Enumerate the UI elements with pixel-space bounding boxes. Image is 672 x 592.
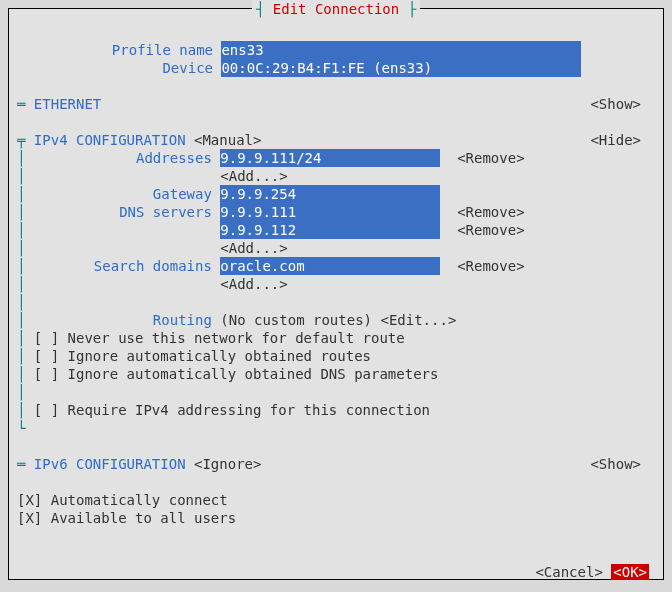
- title-decor-left: ┤: [256, 1, 273, 17]
- ipv4-mode-select[interactable]: <Manual>: [194, 131, 261, 149]
- ipv6-mode-select[interactable]: <Ignore>: [194, 455, 261, 473]
- label-routing: Routing: [34, 311, 212, 329]
- ethernet-show-button[interactable]: <Show>: [590, 95, 655, 113]
- row-auto-connect: [X] Automatically connect: [17, 491, 655, 509]
- checkbox-ignore-dns[interactable]: [ ] Ignore automatically obtained DNS pa…: [34, 365, 439, 383]
- row-search-0: │ Search domains oracle.com <Remove>: [17, 257, 655, 275]
- heading-ipv6: IPv6 CONFIGURATION: [34, 455, 186, 473]
- row-dns-add: │ <Add...>: [17, 239, 655, 257]
- section-ipv6: ═ IPv6 CONFIGURATION <Ignore> <Show>: [17, 455, 655, 473]
- row-all-users: [X] Available to all users: [17, 509, 655, 527]
- row-buttons: <Cancel> <OK>: [17, 545, 655, 592]
- row-dns-1: │ 9.9.9.112 <Remove>: [17, 221, 655, 239]
- checkbox-never-default[interactable]: [ ] Never use this network for default r…: [34, 329, 405, 347]
- ipv4-hide-button[interactable]: <Hide>: [590, 131, 655, 149]
- input-device[interactable]: 00:0C:29:B4:F1:FE (ens33): [221, 59, 581, 77]
- label-search: Search domains: [34, 257, 212, 275]
- routing-edit-button[interactable]: <Edit...>: [380, 311, 456, 329]
- row-profile-name: Profile name ens33: [17, 41, 655, 59]
- add-dns[interactable]: <Add...>: [220, 239, 287, 257]
- heading-ethernet: ETHERNET: [34, 95, 101, 113]
- ipv6-tree-icon: ═: [17, 455, 34, 473]
- label-addresses: Addresses: [34, 149, 212, 167]
- heading-ipv4: IPv4 CONFIGURATION: [34, 131, 186, 149]
- section-ipv4: ╤ IPv4 CONFIGURATION <Manual> <Hide>: [17, 131, 655, 149]
- input-search-0[interactable]: oracle.com: [220, 257, 440, 275]
- label-profile-name: Profile name: [17, 41, 213, 59]
- ethernet-tree-icon: ═: [17, 95, 34, 113]
- row-device: Device 00:0C:29:B4:F1:FE (ens33): [17, 59, 655, 77]
- remove-dns-0[interactable]: <Remove>: [457, 203, 524, 221]
- checkbox-require-ipv4[interactable]: [ ] Require IPv4 addressing for this con…: [34, 401, 430, 419]
- row-opt4: │ [ ] Require IPv4 addressing for this c…: [17, 401, 655, 419]
- label-device: Device: [17, 59, 213, 77]
- ipv4-tree-icon: ╤: [17, 131, 34, 149]
- remove-dns-1[interactable]: <Remove>: [457, 221, 524, 239]
- row-opt3: │ [ ] Ignore automatically obtained DNS …: [17, 365, 655, 383]
- input-gateway[interactable]: 9.9.9.254: [220, 185, 440, 203]
- edit-connection-window: ┤ Edit Connection ├ Profile name ens33 D…: [8, 8, 664, 580]
- checkbox-all-users[interactable]: [X] Available to all users: [17, 509, 236, 527]
- input-profile-name[interactable]: ens33: [221, 41, 581, 59]
- add-address[interactable]: <Add...>: [220, 167, 287, 185]
- remove-search-0[interactable]: <Remove>: [457, 257, 524, 275]
- row-opt1: │ [ ] Never use this network for default…: [17, 329, 655, 347]
- row-opt2: │ [ ] Ignore automatically obtained rout…: [17, 347, 655, 365]
- input-address-0[interactable]: 9.9.9.111/24: [220, 149, 440, 167]
- row-address-0: │ Addresses 9.9.9.111/24 <Remove>: [17, 149, 655, 167]
- ok-button[interactable]: <OK>: [611, 564, 649, 580]
- title-text: Edit Connection: [273, 1, 399, 17]
- add-search[interactable]: <Add...>: [220, 275, 287, 293]
- title-decor-right: ├: [399, 1, 416, 17]
- cancel-button[interactable]: <Cancel>: [535, 564, 602, 580]
- row-address-add: │ <Add...>: [17, 167, 655, 185]
- checkbox-ignore-routes[interactable]: [ ] Ignore automatically obtained routes: [34, 347, 371, 365]
- row-search-add: │ <Add...>: [17, 275, 655, 293]
- row-routing: │ Routing (No custom routes) <Edit...>: [17, 311, 655, 329]
- routing-text: (No custom routes): [220, 311, 372, 329]
- remove-address-0[interactable]: <Remove>: [457, 149, 524, 167]
- input-dns-1[interactable]: 9.9.9.112: [220, 221, 440, 239]
- row-gateway: │ Gateway 9.9.9.254: [17, 185, 655, 203]
- section-ethernet: ═ ETHERNET <Show>: [17, 95, 655, 113]
- ipv6-show-button[interactable]: <Show>: [590, 455, 655, 473]
- input-dns-0[interactable]: 9.9.9.111: [220, 203, 440, 221]
- content-area: Profile name ens33 Device 00:0C:29:B4:F1…: [9, 9, 663, 592]
- row-dns-0: │ DNS servers 9.9.9.111 <Remove>: [17, 203, 655, 221]
- label-gateway: Gateway: [34, 185, 212, 203]
- label-dns: DNS servers: [34, 203, 212, 221]
- window-title: ┤ Edit Connection ├: [252, 0, 420, 18]
- checkbox-auto-connect[interactable]: [X] Automatically connect: [17, 491, 228, 509]
